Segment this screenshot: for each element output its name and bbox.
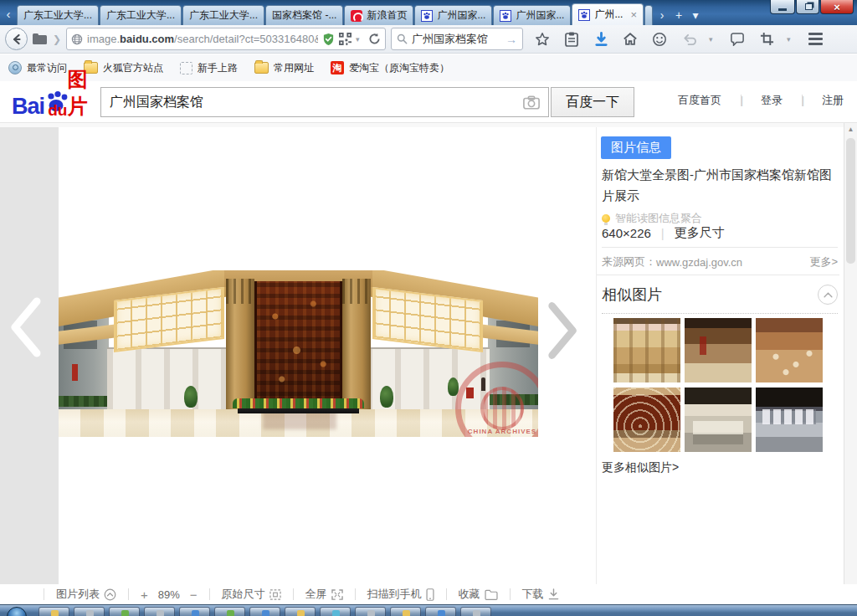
- start-button[interactable]: [7, 607, 27, 616]
- menu-hamburger-icon[interactable]: [806, 30, 824, 49]
- tab-baidu-image-1[interactable]: 广州国家...: [414, 5, 492, 25]
- source-url-link[interactable]: www.gzdaj.gov.cn: [656, 256, 742, 269]
- taskbar-app-button[interactable]: [74, 607, 105, 616]
- url-bar[interactable]: image.baidu.com/search/detail?ct=5033164…: [66, 28, 386, 50]
- scrollbar-thumb[interactable]: [846, 138, 855, 264]
- image-title[interactable]: 新馆大堂全景图-广州市国家档案馆新馆图片展示: [602, 164, 838, 206]
- bookmark-common-sites[interactable]: 常用网址: [254, 61, 314, 75]
- previous-image-button[interactable]: [7, 295, 44, 360]
- breadcrumb-chevron-icon: ❯: [53, 33, 61, 45]
- taskbar-app-button[interactable]: [214, 607, 245, 616]
- camera-search-icon[interactable]: [523, 95, 540, 110]
- scan-to-phone-button[interactable]: 扫描到手机: [367, 587, 434, 602]
- browser-search-value: 广州国家档案馆: [412, 32, 501, 47]
- minimize-button[interactable]: [770, 0, 795, 14]
- collapse-section-button[interactable]: [818, 285, 838, 305]
- page-scrollbar[interactable]: ▲: [844, 123, 857, 586]
- tab-close-icon[interactable]: ×: [630, 8, 637, 21]
- url-dropdown-icon[interactable]: ▾: [356, 35, 364, 44]
- tab-gdut-1[interactable]: 广东工业大学...: [17, 5, 99, 25]
- taskbar-app-button[interactable]: [320, 607, 351, 616]
- toolbar-divider: [128, 588, 129, 600]
- zoom-level: 89%: [158, 588, 180, 601]
- taskbar-app-button[interactable]: [109, 607, 140, 616]
- photo-left-hedge: [59, 396, 107, 407]
- security-shield-icon[interactable]: [322, 33, 335, 46]
- bookmarks-panel-icon[interactable]: [562, 30, 581, 49]
- tab-gdut-3[interactable]: 广东工业大学...: [182, 5, 264, 25]
- reload-icon[interactable]: [368, 33, 381, 45]
- similar-thumbnail-1[interactable]: [613, 318, 680, 382]
- bookmark-star-icon[interactable]: [533, 30, 552, 49]
- home-icon[interactable]: [621, 30, 639, 49]
- taskbar-app-button[interactable]: [460, 607, 491, 616]
- chat-bubble-icon[interactable]: [728, 30, 747, 49]
- back-button[interactable]: [5, 28, 28, 50]
- similar-thumbnail-6[interactable]: [756, 388, 823, 452]
- more-similar-images-link[interactable]: 更多相似图片>: [602, 460, 679, 475]
- tab-gdut-2[interactable]: 广东工业大学...: [100, 5, 182, 25]
- link-baidu-home[interactable]: 百度首页: [678, 93, 721, 108]
- more-sizes-link[interactable]: 更多尺寸: [675, 225, 725, 241]
- feedback-smiley-icon[interactable]: [650, 30, 669, 49]
- undo-icon[interactable]: [680, 30, 698, 49]
- taskbar-app-button[interactable]: [425, 607, 456, 616]
- image-list-button[interactable]: 图片列表: [56, 587, 116, 602]
- main-image-archive-hall-panorama[interactable]: CHINA ARCHIVES: [59, 270, 538, 437]
- source-more-link[interactable]: 更多>: [809, 254, 838, 270]
- undo-dropdown-icon[interactable]: ▾: [709, 35, 717, 44]
- taskbar-app-button[interactable]: [144, 607, 175, 616]
- favorite-button[interactable]: 收藏: [459, 587, 498, 602]
- fullscreen-button[interactable]: 全屏: [305, 587, 343, 602]
- navigation-toolbar: ❯ image.baidu.com/search/detail?ct=50331…: [0, 25, 857, 54]
- tab-baidu-image-2[interactable]: 广州国家...: [493, 5, 571, 25]
- tab-scroll-right-button[interactable]: ›: [654, 5, 670, 25]
- tab-sina[interactable]: 新浪首页: [344, 5, 413, 25]
- zoom-out-button[interactable]: −: [190, 588, 198, 602]
- tab-scroll-left-button[interactable]: ‹: [0, 5, 17, 25]
- qr-code-icon[interactable]: [339, 33, 352, 45]
- crop-dropdown-icon[interactable]: ▾: [787, 35, 795, 44]
- next-image-button[interactable]: [546, 298, 581, 363]
- taskbar-app-button[interactable]: [390, 607, 421, 616]
- zoom-in-button[interactable]: +: [141, 588, 148, 602]
- downloads-icon[interactable]: [592, 30, 610, 49]
- browser-search-field[interactable]: 广州国家档案馆 →: [391, 28, 523, 50]
- new-tab-button[interactable]: +: [670, 5, 687, 25]
- original-size-button[interactable]: 原始尺寸: [222, 587, 281, 602]
- scrollbar-up-icon[interactable]: ▲: [844, 126, 857, 133]
- bookmark-getting-started[interactable]: 新手上路: [180, 61, 238, 75]
- tab-label: 广东工业大学...: [106, 8, 175, 23]
- similar-thumbnail-4[interactable]: [613, 388, 680, 452]
- baidu-search-button[interactable]: 百度一下: [551, 87, 634, 117]
- search-go-icon[interactable]: →: [505, 33, 517, 46]
- similar-thumbnail-2[interactable]: [685, 318, 752, 382]
- similar-thumbnail-3[interactable]: [756, 318, 823, 382]
- restore-button[interactable]: [796, 0, 819, 14]
- tab-active-guangzhou[interactable]: 广州... ×: [572, 3, 644, 25]
- taskbar-app-button[interactable]: [285, 607, 316, 616]
- similar-thumbnail-5[interactable]: [685, 388, 752, 452]
- taskbar-app-button[interactable]: [249, 607, 280, 616]
- photo-left-balcony-wall: [107, 347, 231, 411]
- tab-list-dropdown-button[interactable]: ▾: [687, 5, 704, 25]
- screenshot-crop-icon[interactable]: [757, 30, 776, 49]
- link-login[interactable]: 登录: [761, 93, 783, 108]
- watermark-emblem-icon: [480, 387, 524, 430]
- download-button[interactable]: 下载: [522, 587, 559, 602]
- taskbar-app-button[interactable]: [355, 607, 386, 616]
- toolbar-icons: ▾ ▾: [533, 30, 824, 49]
- tab-partial[interactable]: [644, 5, 653, 25]
- taskbar-app-button[interactable]: [38, 607, 69, 616]
- baidu-image-logo[interactable]: Bai du 图片: [12, 86, 99, 120]
- recent-pages-icon[interactable]: [33, 33, 48, 45]
- bookmark-taobao[interactable]: 淘 爱淘宝（原淘宝特卖）: [331, 61, 449, 75]
- link-register[interactable]: 注册: [822, 93, 844, 108]
- baidu-search-input[interactable]: 广州国家档案馆: [100, 87, 549, 117]
- taskbar-app-button[interactable]: [179, 607, 210, 616]
- bookmark-label: 新手上路: [198, 61, 238, 75]
- tab-label: 广东工业大学...: [189, 8, 258, 23]
- bookmark-frequent[interactable]: 最常访问: [8, 61, 67, 75]
- tab-archives[interactable]: 国家档案馆 -...: [265, 5, 343, 25]
- close-button[interactable]: ×: [820, 0, 854, 14]
